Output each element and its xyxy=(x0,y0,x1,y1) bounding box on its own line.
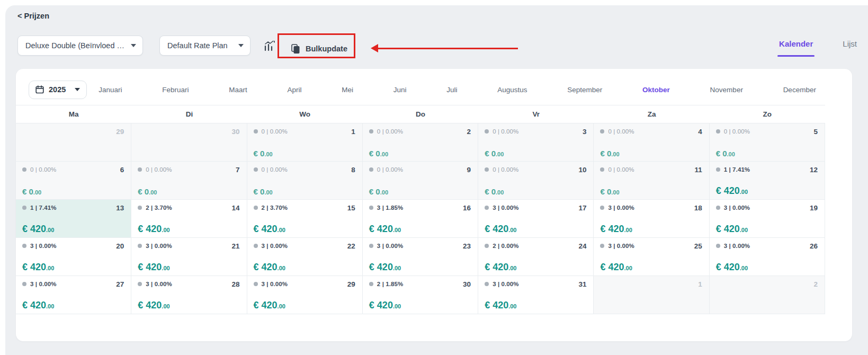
day-cell[interactable]: 1 xyxy=(594,276,709,314)
month-tab-juli[interactable]: Juli xyxy=(446,86,457,94)
occupancy-stat: 2 | 3.70% xyxy=(138,205,172,211)
day-cell[interactable]: 3 | 1.85%16€ 420.00 xyxy=(363,200,478,237)
day-cell[interactable]: 3 | 0.00%23€ 420.00 xyxy=(363,238,478,276)
occupancy-stat-text: 3 | 0.00% xyxy=(608,243,634,249)
day-cell[interactable]: 0 | 0.00%6€ 0.00 xyxy=(16,162,131,199)
month-tab-december[interactable]: December xyxy=(783,86,816,94)
day-number: 29 xyxy=(116,128,124,136)
month-tab-oktober[interactable]: Oktober xyxy=(642,86,670,94)
day-cell[interactable]: 3 | 0.00%18€ 420.00 xyxy=(594,200,709,237)
day-cell[interactable]: 3 | 0.00%22€ 420.00 xyxy=(247,238,363,276)
day-cell[interactable]: 29 xyxy=(16,123,131,161)
price-decimals: .00 xyxy=(380,151,388,157)
workspace: < Prijzen Deluxe Double (Beïnvloed d... … xyxy=(5,5,868,355)
month-tab-november[interactable]: November xyxy=(710,86,743,94)
day-cell[interactable]: 0 | 0.00%8€ 0.00 xyxy=(247,162,363,199)
day-cell-top: 3 | 0.00%18 xyxy=(600,205,702,212)
day-cell-top: 3 | 0.00%23 xyxy=(369,243,471,250)
month-tab-juni[interactable]: Juni xyxy=(393,86,407,94)
day-cell[interactable]: 1 | 7.41%12€ 420.00 xyxy=(710,162,825,199)
rate-plan-select[interactable]: Default Rate Plan xyxy=(159,36,250,56)
day-number: 16 xyxy=(463,205,471,212)
day-cell[interactable]: 3 | 0.00%21€ 420.00 xyxy=(131,238,247,276)
day-number: 23 xyxy=(463,243,471,250)
day-cell[interactable]: 2 | 1.85%30€ 420.00 xyxy=(363,276,478,314)
day-cell[interactable]: 3 | 0.00%28€ 420.00 xyxy=(131,276,247,314)
occupancy-stat-text: 3 | 0.00% xyxy=(377,243,404,249)
occupancy-stat-text: 3 | 0.00% xyxy=(493,281,519,287)
status-dot-icon xyxy=(716,167,720,172)
price-integer: € 420 xyxy=(22,300,46,310)
month-tab-augustus[interactable]: Augustus xyxy=(497,86,527,94)
price-decimals: .00 xyxy=(46,265,54,271)
day-cell[interactable]: 0 | 0.00%7€ 0.00 xyxy=(131,162,247,199)
status-dot-icon xyxy=(485,129,489,134)
price-label: € 420.00 xyxy=(254,300,355,310)
status-dot-icon xyxy=(600,167,604,172)
status-dot-icon xyxy=(22,206,26,210)
day-cell-top: 0 | 0.00%10 xyxy=(485,166,586,174)
day-cell-top: 3 | 0.00%21 xyxy=(138,243,239,250)
day-cell[interactable]: 3 | 0.00%17€ 420.00 xyxy=(478,200,594,237)
price-label: € 0.00 xyxy=(485,149,586,157)
day-cell[interactable]: 0 | 0.00%2€ 0.00 xyxy=(363,123,478,161)
day-cell[interactable]: 0 | 0.00%3€ 0.00 xyxy=(478,123,594,161)
month-tab-maart[interactable]: Maart xyxy=(229,86,247,94)
price-decimals: .00 xyxy=(740,265,748,271)
month-tab-september[interactable]: September xyxy=(567,86,602,94)
day-cell[interactable]: 0 | 0.00%11€ 0.00 xyxy=(594,162,709,199)
price-decimals: .00 xyxy=(264,189,272,196)
day-cell[interactable]: 2 | 0.00%24€ 420.00 xyxy=(478,238,594,276)
month-tab-februari[interactable]: Februari xyxy=(162,86,189,94)
stats-chart-button[interactable] xyxy=(263,39,276,53)
day-cell[interactable]: 0 | 0.00%1€ 0.00 xyxy=(247,123,363,161)
month-tab-januari[interactable]: Januari xyxy=(99,86,122,94)
day-cell[interactable]: 2 | 3.70%14€ 420.00 xyxy=(131,200,247,237)
month-tab-mei[interactable]: Mei xyxy=(342,86,353,94)
day-cell[interactable]: 3 | 0.00%26€ 420.00 xyxy=(710,238,825,276)
day-cell[interactable]: 0 | 0.00%9€ 0.00 xyxy=(363,162,478,199)
tab-calendar[interactable]: Kalender xyxy=(779,39,813,57)
occupancy-stat-text: 0 | 0.00% xyxy=(146,166,172,173)
back-link[interactable]: < Prijzen xyxy=(17,12,49,20)
day-cell[interactable]: 30 xyxy=(131,123,247,161)
status-dot-icon xyxy=(254,167,258,172)
day-cell[interactable]: 3 | 0.00%19€ 420.00 xyxy=(710,200,825,237)
price-label: € 420.00 xyxy=(22,300,124,310)
tab-list[interactable]: Lijst xyxy=(843,39,857,57)
year-select[interactable]: 2025 xyxy=(29,81,87,99)
day-number: 6 xyxy=(120,166,124,174)
day-cell[interactable]: 3 | 0.00%29€ 420.00 xyxy=(247,276,363,314)
day-number: 22 xyxy=(347,243,355,250)
occupancy-stat: 0 | 0.00% xyxy=(369,166,403,173)
price-label: € 420.00 xyxy=(369,224,471,234)
day-cell[interactable]: 0 | 0.00%10€ 0.00 xyxy=(478,162,594,199)
price-label: € 0.00 xyxy=(485,188,586,196)
bulk-update-label: Bulkupdate xyxy=(306,45,347,53)
day-number: 21 xyxy=(232,243,240,250)
day-cell[interactable]: 0 | 0.00%4€ 0.00 xyxy=(594,123,709,161)
day-cell[interactable]: 0 | 0.00%5€ 0.00 xyxy=(710,123,825,161)
rate-plan-value: Default Rate Plan xyxy=(167,41,228,50)
month-tab-april[interactable]: April xyxy=(288,86,302,94)
day-cell-top: 2 | 3.70%15 xyxy=(254,205,355,212)
day-cell[interactable]: 3 | 0.00%27€ 420.00 xyxy=(16,276,131,314)
day-cell[interactable]: 2 | 3.70%15€ 420.00 xyxy=(247,200,363,237)
status-dot-icon xyxy=(22,244,26,248)
price-decimals: .00 xyxy=(264,151,272,157)
price-decimals: .00 xyxy=(393,227,401,233)
day-cell-top: 3 | 0.00%22 xyxy=(254,243,355,250)
price-decimals: .00 xyxy=(624,265,632,271)
day-cell[interactable]: 3 | 0.00%31€ 420.00 xyxy=(478,276,594,314)
day-cell[interactable]: 2 xyxy=(710,276,825,314)
day-cell[interactable]: 3 | 0.00%25€ 420.00 xyxy=(594,238,709,276)
day-number: 18 xyxy=(694,205,702,212)
room-type-select[interactable]: Deluxe Double (Beïnvloed d... xyxy=(17,36,143,56)
bulk-update-button[interactable]: Bulkupdate xyxy=(286,38,353,60)
day-cell[interactable]: 1 | 7.41%13€ 420.00 xyxy=(16,200,131,237)
price-label: € 420.00 xyxy=(485,300,586,310)
price-label: € 0.00 xyxy=(254,149,355,157)
price-integer: € 420 xyxy=(716,262,740,272)
day-cell[interactable]: 3 | 0.00%20€ 420.00 xyxy=(16,238,131,276)
day-cell-top: 0 | 0.00%9 xyxy=(369,166,471,174)
